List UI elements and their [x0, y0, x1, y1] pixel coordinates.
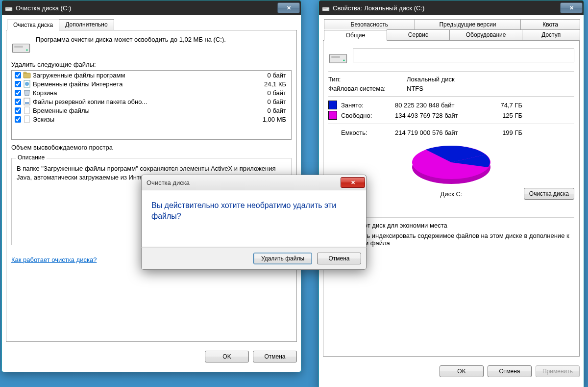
svg-rect-17 [328, 10, 329, 10]
tab-tools[interactable]: Сервис [387, 29, 450, 40]
svg-rect-18 [330, 54, 347, 63]
confirm-message: Вы действительно хотите необратимо удали… [151, 200, 356, 222]
confirm-dialog: Очистка диска ✕ Вы действительно хотите … [141, 175, 367, 270]
tab-quota[interactable]: Квота [520, 19, 580, 29]
svg-rect-5 [26, 50, 28, 51]
used-gb: 74,7 ГБ [488, 102, 522, 109]
description-title: Описание [16, 154, 47, 161]
delete-files-button[interactable]: Удалить файлы [253, 253, 312, 264]
file-icon [23, 106, 31, 114]
close-icon: ✕ [287, 5, 291, 11]
cleanup-titlebar[interactable]: Очистка диска (C:) ✕ [1, 0, 301, 15]
file-row[interactable]: Временные файлы Интернета 24,1 КБ [12, 79, 291, 88]
cancel-button[interactable]: Отмена [488, 365, 532, 377]
type-label: Тип: [328, 76, 407, 83]
cancel-button[interactable]: Отмена [253, 351, 297, 362]
freed-space-label: Объем высвобождаемого простра [11, 144, 292, 151]
svg-rect-7 [24, 72, 26, 74]
used-bytes: 80 225 230 848 байт [395, 102, 488, 109]
free-swatch [328, 111, 337, 120]
confirm-title: Очистка диска [147, 179, 190, 186]
help-link[interactable]: Как работает очистка диска? [11, 256, 97, 263]
disk-cleanup-button[interactable]: Очистка диска [524, 188, 574, 200]
used-label: Занято: [341, 102, 395, 109]
svg-rect-15 [322, 7, 329, 11]
close-button[interactable]: ✕ [277, 2, 300, 13]
tab-general[interactable]: Общие [324, 30, 387, 41]
svg-rect-12 [25, 102, 29, 104]
tab-security[interactable]: Безопасность [324, 19, 415, 29]
drive-icon [11, 35, 31, 55]
free-label: Свободно: [341, 112, 395, 119]
cancel-button[interactable]: Отмена [317, 253, 361, 264]
file-checkbox[interactable] [15, 90, 21, 96]
cleanup-title: Очистка диска (C:) [16, 4, 277, 12]
fs-value: NTFS [407, 85, 574, 92]
svg-rect-14 [24, 116, 29, 123]
svg-rect-13 [24, 107, 29, 114]
svg-rect-16 [323, 8, 327, 9]
properties-titlebar[interactable]: Свойства: Локальный диск (C:) ✕ [318, 0, 584, 15]
usage-pie-chart [410, 143, 493, 187]
fs-label: Файловая система: [328, 85, 407, 92]
bin-icon [23, 89, 31, 97]
close-button[interactable]: ✕ [341, 177, 365, 188]
capacity-label: Емкость: [341, 129, 395, 136]
drive-icon [328, 46, 348, 65]
tab-previous[interactable]: Предыдущие версии [415, 19, 521, 29]
close-icon: ✕ [351, 180, 355, 186]
close-button[interactable]: ✕ [560, 2, 583, 13]
tab-cleanup[interactable]: Очистка диска [7, 20, 59, 30]
disk-name-input[interactable] [353, 49, 574, 62]
file-checkbox[interactable] [15, 72, 21, 78]
type-value: Локальный диск [407, 76, 574, 83]
file-row[interactable]: Корзина 0 байт [12, 88, 291, 97]
drive-icon [5, 4, 13, 12]
index-label: Разрешить индексировать содержимое файло… [338, 232, 574, 247]
tab-hardware[interactable]: Оборудование [449, 29, 523, 40]
ok-button[interactable]: OK [205, 351, 249, 362]
file-row[interactable]: Файлы резервной копии пакета обно... 0 б… [12, 97, 291, 106]
svg-rect-4 [14, 46, 23, 48]
svg-rect-3 [13, 44, 30, 53]
file-row[interactable]: Эскизы 1,00 МБ [12, 115, 291, 124]
svg-rect-2 [11, 10, 12, 10]
svg-rect-20 [343, 60, 345, 61]
svg-rect-1 [6, 8, 10, 9]
backup-file-icon [23, 98, 31, 105]
used-swatch [328, 101, 337, 109]
drive-icon [322, 4, 330, 12]
svg-rect-10 [24, 90, 30, 91]
file-row[interactable]: Загруженные файлы программ 0 байт [12, 71, 291, 79]
apply-button[interactable]: Применить [536, 365, 580, 377]
file-checkbox[interactable] [15, 107, 21, 114]
free-bytes: 134 493 769 728 байт [395, 112, 488, 119]
file-row[interactable]: Временные файлы 0 байт [12, 106, 291, 115]
confirm-titlebar[interactable]: Очистка диска ✕ [141, 175, 367, 190]
file-checkbox[interactable] [15, 81, 21, 87]
properties-title: Свойства: Локальный диск (C:) [333, 4, 560, 12]
capacity-gb: 199 ГБ [488, 129, 522, 136]
ok-button[interactable]: OK [440, 365, 484, 377]
close-icon: ✕ [569, 5, 574, 11]
file-checkbox[interactable] [15, 99, 21, 105]
folder-icon [23, 71, 31, 79]
tab-sharing[interactable]: Доступ [522, 29, 580, 40]
svg-point-9 [25, 82, 29, 86]
svg-rect-19 [331, 56, 340, 58]
free-gb: 125 ГБ [488, 112, 522, 119]
file-icon [23, 115, 31, 123]
earth-file-icon [23, 80, 31, 88]
svg-rect-0 [5, 7, 12, 11]
tab-more[interactable]: Дополнительно [59, 19, 114, 30]
file-checkbox[interactable] [15, 116, 21, 123]
cleanup-headline: Программа очистки диска может освободить… [36, 35, 226, 44]
delete-files-label: Удалить следующие файлы: [11, 61, 292, 68]
file-list[interactable]: Загруженные файлы программ 0 байт Времен… [11, 70, 292, 140]
capacity-bytes: 214 719 000 576 байт [395, 129, 488, 136]
